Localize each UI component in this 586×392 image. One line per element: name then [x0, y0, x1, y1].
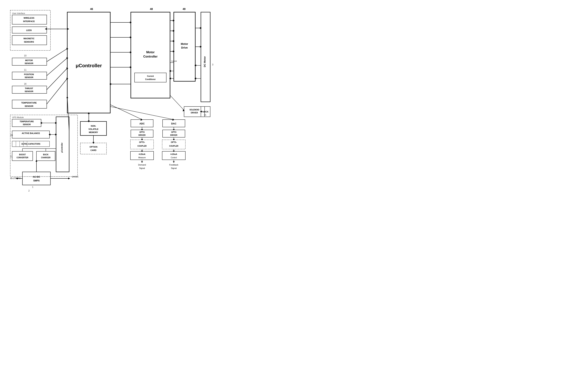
- ac-dc-smps-label2: SMPS: [33, 179, 40, 182]
- ref-20: 20: [10, 134, 13, 136]
- motor-controller-label: Motor: [146, 51, 154, 54]
- ucontroller-ups-label: μController: [61, 142, 63, 153]
- feedback-signal-label2: Signal: [171, 167, 177, 169]
- solenoid-driver-label: SOLENOID: [190, 109, 199, 111]
- ultra-capacitors-label: ULTRA-CAPACITORS: [21, 143, 40, 145]
- adc-label: ADC: [140, 122, 145, 125]
- opto-coupler-adc-label: OPTO-: [139, 141, 145, 143]
- opto-driver-dac-label: OPTO: [171, 131, 176, 133]
- opto-coupler-adc-label2: COUPLER: [138, 145, 147, 147]
- opto-driver-adc-label2: DRIVER: [138, 134, 146, 136]
- non-volatile-memory-label: NON-: [91, 125, 96, 127]
- demand-signal-label: Demand: [138, 164, 146, 166]
- opto-driver-dac-label2: DRIVER: [170, 134, 178, 136]
- ref-10: 10: [24, 54, 26, 57]
- ref-3: 3: [212, 63, 214, 66]
- thrust-sensor-label2: SENSOR: [25, 90, 34, 92]
- motor-sensor-label: MOTOR: [25, 59, 33, 62]
- motor-controller-label2: Controller: [143, 55, 158, 58]
- ref-2: 2: [28, 190, 30, 192]
- control-420-label2: Control: [171, 156, 177, 159]
- ups-module-label: UPS Module: [12, 116, 24, 118]
- option-card-label: OPTION: [90, 146, 97, 148]
- magnetic-sensors-label2: SENSORS: [24, 41, 34, 43]
- buck-charger-label: BUCK: [43, 154, 49, 156]
- solenoid-driver-label2: DRIVER: [191, 112, 198, 114]
- ref-1: 1: [32, 186, 34, 188]
- measure-420-label: 4-20mA: [139, 153, 146, 155]
- position-sensor-label2: SENSOR: [25, 76, 34, 78]
- lock-label: LOCK: [202, 110, 208, 113]
- current-conditioner-label2: Conditioner: [145, 78, 156, 80]
- opto-coupler-dac-label: OPTO-: [171, 141, 176, 143]
- wireless-interface-label: WIRELESS: [24, 17, 34, 19]
- motor-drive-label2: Drive: [181, 46, 188, 49]
- block-diagram: User Interface WIRELESS INTERFACE LEDS M…: [0, 0, 293, 196]
- option-card-label2: CARD: [90, 149, 96, 151]
- boost-converter-label: BOOST: [19, 154, 26, 156]
- active-balance-label: ACTIVE BALANCE: [22, 132, 40, 134]
- dc-motor-label: DC Motor: [203, 56, 206, 67]
- temperature-sensor-top-label: TEMPERATURE: [21, 102, 37, 104]
- boost-converter-label2: CONVERTER: [17, 156, 28, 159]
- buck-charger-label2: CHARGER: [41, 156, 51, 159]
- current-label: Current: [171, 60, 177, 62]
- ref-75: 75: [204, 114, 206, 116]
- ref-21: 21: [10, 155, 13, 158]
- motor-drive-label: Motor: [181, 42, 188, 46]
- user-interface-label: User Interface: [12, 12, 25, 14]
- ref-49: 49: [182, 8, 186, 10]
- temp-sensor-ups-label: TEMPERATURE: [20, 120, 34, 122]
- measure-420-label2: Measure: [138, 156, 146, 159]
- feedback-signal-label: Feedback: [169, 164, 178, 166]
- current-conditioner-label: Current: [147, 75, 154, 77]
- voltage-24-label: 24VDC: [72, 176, 79, 178]
- ref-11: 11: [24, 68, 26, 71]
- motor-sensor-label2: SENSOR: [25, 62, 34, 64]
- magnetic-sensors-label: MAGNETIC: [24, 37, 34, 40]
- opto-driver-adc-label: OPTO: [140, 131, 145, 133]
- leds-label: LEDS: [26, 29, 32, 32]
- ref-48: 48: [150, 8, 153, 10]
- non-volatile-memory-label2: VOLATILE: [88, 128, 98, 130]
- temp-sensor-ups-label2: SENSOR: [23, 124, 31, 126]
- dac-label: DAC: [171, 122, 176, 125]
- ref-16: 16: [24, 82, 26, 85]
- demand-signal-label2: Signal: [139, 167, 145, 169]
- ucontroller-main-label: μController: [76, 63, 102, 68]
- ref-46: 46: [90, 8, 93, 10]
- ac-dc-smps-label: AC-DC: [33, 176, 40, 178]
- temperature-sensor-top-label2: SENSOR: [25, 105, 34, 107]
- control-420-label: 4-20mA: [170, 153, 177, 155]
- wireless-interface-label2: INTERFACE: [23, 20, 35, 22]
- position-sensor-label: POSITION: [24, 73, 34, 76]
- thrust-sensor-label: THRUST: [25, 87, 33, 90]
- non-volatile-memory-label3: MEMORY: [89, 131, 98, 134]
- opto-coupler-dac-label2: COUPLER: [169, 145, 179, 147]
